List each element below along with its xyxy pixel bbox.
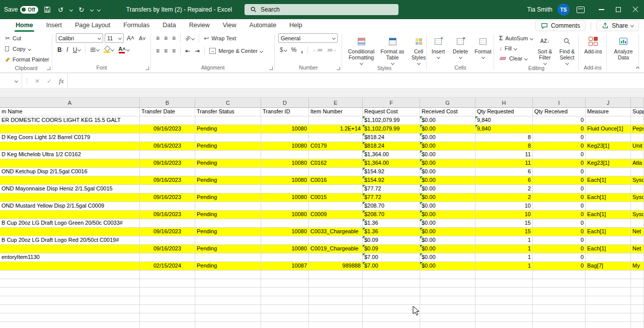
find-select-button[interactable]: Find & Select bbox=[556, 33, 578, 64]
cell[interactable]: 11 bbox=[475, 151, 533, 159]
cell[interactable] bbox=[261, 296, 309, 305]
cell[interactable] bbox=[533, 305, 586, 313]
wrap-text-button[interactable]: ↩ Wrap Text bbox=[202, 33, 237, 43]
cell[interactable]: $0.00 bbox=[420, 151, 475, 159]
customize-quick-access-toolbar-icon[interactable] bbox=[97, 8, 101, 11]
cell[interactable] bbox=[631, 322, 644, 328]
cell[interactable] bbox=[631, 116, 644, 125]
cell[interactable] bbox=[309, 279, 363, 288]
tab-data[interactable]: Data bbox=[156, 19, 182, 32]
cell[interactable]: 1 bbox=[475, 262, 533, 271]
cell[interactable]: Each[1] bbox=[586, 245, 631, 253]
cell[interactable]: $208.70 bbox=[363, 211, 420, 219]
cell[interactable] bbox=[420, 296, 475, 305]
cell[interactable]: 09/16/2023 bbox=[140, 176, 195, 185]
cell[interactable]: 10080 bbox=[261, 125, 309, 134]
orientation-button[interactable]: ab bbox=[184, 35, 196, 42]
cell[interactable] bbox=[586, 305, 631, 313]
cell[interactable] bbox=[140, 185, 195, 193]
cell[interactable] bbox=[195, 219, 261, 228]
cell[interactable] bbox=[261, 253, 309, 262]
column-header-H[interactable]: H bbox=[475, 98, 533, 107]
cell[interactable] bbox=[0, 142, 140, 151]
cell[interactable]: C0179 bbox=[309, 142, 363, 151]
cell[interactable] bbox=[586, 253, 631, 262]
cell[interactable] bbox=[631, 271, 644, 279]
column-header-E[interactable]: E bbox=[309, 98, 363, 107]
cell[interactable]: $0.00 bbox=[420, 228, 475, 236]
cell[interactable] bbox=[195, 185, 261, 193]
undo-button[interactable]: ↺ bbox=[56, 5, 65, 14]
cell[interactable]: Measure bbox=[586, 108, 631, 116]
cell[interactable] bbox=[261, 279, 309, 288]
cell[interactable] bbox=[0, 176, 140, 185]
conditional-formatting-button[interactable]: Conditional Formatting bbox=[346, 33, 377, 64]
cell[interactable]: Pending bbox=[195, 159, 261, 168]
cell[interactable] bbox=[420, 288, 475, 296]
tab-home[interactable]: Home bbox=[9, 19, 40, 32]
cell[interactable] bbox=[631, 168, 644, 176]
cell[interactable]: 0 bbox=[533, 228, 586, 236]
cell[interactable]: Request Cost bbox=[363, 108, 420, 116]
cell[interactable] bbox=[363, 288, 420, 296]
font-dialog-launcher[interactable] bbox=[145, 67, 149, 70]
column-header-B[interactable]: B bbox=[140, 98, 195, 107]
cell[interactable]: B Cup 20oz LG Draft Logo Red 20/50ct C00… bbox=[0, 236, 140, 245]
cell[interactable]: Fluid Ounce[1] bbox=[586, 125, 631, 134]
search-input[interactable]: Search bbox=[245, 4, 398, 15]
maximize-button[interactable] bbox=[610, 0, 627, 19]
cell[interactable] bbox=[0, 159, 140, 168]
cell[interactable] bbox=[195, 296, 261, 305]
cell[interactable] bbox=[631, 305, 644, 313]
cell[interactable] bbox=[261, 313, 309, 322]
redo-button[interactable]: ↻ bbox=[77, 5, 86, 14]
copy-button[interactable]: Copy bbox=[4, 44, 32, 54]
cell[interactable] bbox=[309, 116, 363, 125]
cell[interactable] bbox=[140, 236, 195, 245]
cell[interactable] bbox=[195, 116, 261, 125]
cell[interactable]: C0019_Chargeable bbox=[309, 245, 363, 253]
cancel-button[interactable]: ✕ bbox=[31, 78, 43, 85]
cell[interactable]: $1,102,079.99 bbox=[363, 116, 420, 125]
cell[interactable] bbox=[309, 134, 363, 142]
cell[interactable] bbox=[261, 168, 309, 176]
cell[interactable] bbox=[586, 313, 631, 322]
addins-button[interactable]: Add-ins bbox=[581, 33, 606, 64]
cell[interactable] bbox=[0, 245, 140, 253]
cell[interactable] bbox=[363, 322, 420, 328]
decrease-font-size-button[interactable]: A˅ bbox=[137, 35, 147, 42]
cell[interactable] bbox=[363, 305, 420, 313]
cell[interactable] bbox=[140, 253, 195, 262]
format-cells-button[interactable]: Format bbox=[473, 33, 493, 64]
cell[interactable]: 6 bbox=[475, 176, 533, 185]
cell[interactable]: C0016 bbox=[309, 176, 363, 185]
cell[interactable] bbox=[0, 313, 140, 322]
cell[interactable]: 0 bbox=[533, 193, 586, 202]
cell[interactable] bbox=[475, 322, 533, 328]
share-button[interactable]: Share bbox=[596, 20, 639, 31]
cell[interactable]: $0.00 bbox=[420, 116, 475, 125]
cell[interactable]: OND Ketchup Disp 2/1.5gal C0016 bbox=[0, 168, 140, 176]
cell[interactable]: 1 bbox=[475, 236, 533, 245]
cell[interactable]: Each[1] bbox=[586, 228, 631, 236]
cell[interactable]: 0 bbox=[533, 116, 586, 125]
cell[interactable] bbox=[309, 185, 363, 193]
cell[interactable]: 10080 bbox=[261, 228, 309, 236]
cell[interactable]: Each[1] bbox=[586, 211, 631, 219]
cell[interactable]: 0 bbox=[533, 125, 586, 134]
column-header-A[interactable]: A bbox=[0, 98, 140, 107]
cell[interactable] bbox=[0, 193, 140, 202]
cell[interactable] bbox=[586, 168, 631, 176]
cell[interactable] bbox=[309, 202, 363, 211]
cell[interactable] bbox=[631, 219, 644, 228]
tab-page-layout[interactable]: Page Layout bbox=[68, 19, 117, 32]
cell[interactable]: $154.92 bbox=[363, 176, 420, 185]
cell[interactable]: 10080 bbox=[261, 176, 309, 185]
cell[interactable]: $0.00 bbox=[420, 202, 475, 211]
cell[interactable] bbox=[195, 271, 261, 279]
cell[interactable]: 1 bbox=[475, 253, 533, 262]
tab-help[interactable]: Help bbox=[283, 19, 309, 32]
cell[interactable] bbox=[0, 271, 140, 279]
cell[interactable] bbox=[195, 151, 261, 159]
cell[interactable]: D Keg Coors Light 1/2 Barrel C0179 bbox=[0, 134, 140, 142]
